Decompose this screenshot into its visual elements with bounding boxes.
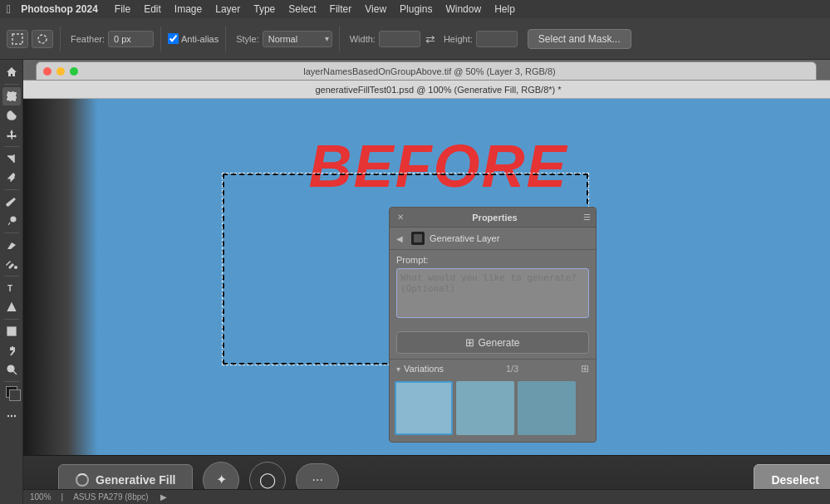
min-dot[interactable] [56, 67, 65, 76]
menu-layer[interactable]: Layer [209, 0, 247, 18]
apple-logo[interactable]:  [7, 2, 11, 16]
variations-chevron[interactable]: ▾ [396, 365, 400, 374]
toolbox: T [0, 60, 23, 504]
home-icon[interactable] [2, 63, 21, 81]
properties-panel: ✕ Properties ☰ ◀ Generative Layer Prompt [389, 207, 597, 443]
feather-label: Feather: [71, 34, 105, 44]
layer-type-icon [411, 232, 425, 245]
svg-point-8 [7, 365, 14, 372]
toolbar-marquee-icon[interactable] [7, 30, 28, 48]
anti-alias-checkbox[interactable] [168, 33, 179, 44]
panel-layer-row: ◀ Generative Layer [390, 228, 596, 250]
toolbar-lasso-icon[interactable] [32, 30, 53, 48]
zoom-level: 100% [30, 492, 52, 502]
svg-text:T: T [7, 284, 12, 293]
menu-window[interactable]: Window [439, 0, 488, 18]
crop-tool-icon[interactable] [2, 149, 21, 168]
swap-icon[interactable]: ⇄ [425, 32, 435, 46]
variations-label-wrap: ▾ Variations [396, 364, 444, 374]
svg-point-10 [7, 415, 8, 417]
before-text: BEFORE [308, 132, 567, 200]
panel-back-btn[interactable]: ◀ [396, 234, 403, 243]
canvas-area[interactable]: layerNamesBasedOnGroupAbove.tif @ 50% (L… [23, 60, 830, 504]
status-separator: | [61, 492, 64, 502]
lasso-tool-icon[interactable] [2, 106, 21, 125]
fg-window-titlebar: generativeFillTest01.psd @ 100% (Generat… [23, 81, 830, 99]
paint-bucket-icon[interactable] [2, 255, 21, 273]
thumbnail-2[interactable] [456, 381, 514, 435]
menu-view[interactable]: View [358, 0, 393, 18]
variations-label: Variations [404, 364, 444, 374]
svg-point-4 [11, 217, 16, 222]
brush-tool-icon[interactable] [2, 193, 21, 211]
circle-icon: ◯ [259, 471, 276, 489]
shape-tool-icon[interactable] [2, 322, 21, 340]
panel-header: ✕ Properties ☰ [390, 208, 596, 228]
width-label: Width: [350, 34, 376, 44]
variations-count: 1/3 [506, 364, 518, 374]
style-select[interactable]: Normal Fixed Ratio Fixed Size [263, 31, 332, 47]
max-dot[interactable] [70, 67, 78, 76]
panel-prompt-input[interactable] [396, 268, 589, 318]
dark-edge [23, 99, 98, 503]
generative-fill-label: Generative Fill [96, 473, 175, 487]
more-tools-icon[interactable] [2, 407, 21, 425]
panel-menu-btn[interactable]: ☰ [583, 213, 591, 222]
style-label: Style: [236, 34, 259, 44]
panel-variations-header: ▾ Variations 1/3 ⊞ [390, 359, 596, 378]
zoom-tool-icon[interactable] [2, 360, 21, 379]
bg-window-title: layerNamesBasedOnGroupAbove.tif @ 50% (L… [83, 66, 776, 76]
main-area: T [0, 60, 830, 504]
svg-line-9 [13, 371, 17, 374]
width-input[interactable] [379, 31, 420, 47]
hand-tool-icon[interactable] [2, 341, 21, 360]
menu-help[interactable]: Help [488, 0, 522, 18]
eraser-icon[interactable] [2, 236, 21, 254]
fg-window: generativeFillTest01.psd @ 100% (Generat… [23, 80, 830, 503]
path-tool-icon[interactable] [2, 298, 21, 316]
svg-rect-0 [12, 34, 22, 44]
svg-rect-7 [7, 327, 16, 335]
toolbar: Feather: Anti-alias Style: Normal Fixed … [0, 18, 830, 60]
height-input[interactable] [476, 31, 518, 47]
svg-rect-2 [7, 92, 16, 100]
foreground-color[interactable] [2, 384, 21, 403]
clone-stamp-icon[interactable] [2, 212, 21, 230]
thumbnail-3[interactable] [518, 381, 576, 435]
app-name: Photoshop 2024 [21, 3, 98, 15]
generate-button[interactable]: ⊞ Generate [396, 331, 589, 354]
menu-file[interactable]: File [108, 0, 137, 18]
thumbnail-1[interactable] [395, 381, 453, 435]
svg-point-5 [14, 266, 17, 269]
panel-title: Properties [467, 213, 522, 223]
panel-prompt-section: Prompt: [390, 250, 596, 326]
fg-window-title: generativeFillTest01.psd @ 100% (Generat… [30, 85, 830, 95]
move-tool-icon[interactable] [2, 125, 21, 144]
select-mask-button[interactable]: Select and Mask... [528, 29, 631, 49]
menu-type[interactable]: Type [247, 0, 282, 18]
panel-prompt-label: Prompt: [396, 255, 589, 265]
height-label: Height: [444, 34, 473, 44]
panel-close-btn[interactable]: ✕ [395, 212, 406, 223]
status-bar: 100% | ASUS PA279 (8bpc) ▶ [23, 489, 830, 504]
close-dot[interactable] [43, 67, 52, 76]
variations-grid-btn[interactable]: ⊞ [581, 363, 589, 374]
menu-filter[interactable]: Filter [323, 0, 359, 18]
menu-plugins[interactable]: Plugins [393, 0, 439, 18]
menu-edit[interactable]: Edit [137, 0, 168, 18]
status-arrow[interactable]: ▶ [160, 492, 167, 502]
svg-point-1 [38, 35, 47, 43]
canvas-content: BEFORE ✕ Properties ☰ ◀ [23, 99, 830, 503]
panel-header-left: ✕ [395, 212, 406, 223]
marquee-tool-icon[interactable] [2, 87, 21, 105]
feather-input[interactable] [108, 31, 154, 47]
menu-select[interactable]: Select [282, 0, 322, 18]
eyedropper-icon[interactable] [2, 169, 21, 187]
anti-alias-label: Anti-alias [181, 34, 219, 44]
star-icon: ✦ [216, 472, 227, 487]
anti-alias-checkbox-label: Anti-alias [168, 33, 219, 44]
type-tool-icon[interactable]: T [2, 279, 21, 297]
menubar:  Photoshop 2024 File Edit Image Layer T… [0, 0, 830, 18]
panel-thumbnails [390, 378, 596, 442]
menu-image[interactable]: Image [168, 0, 209, 18]
